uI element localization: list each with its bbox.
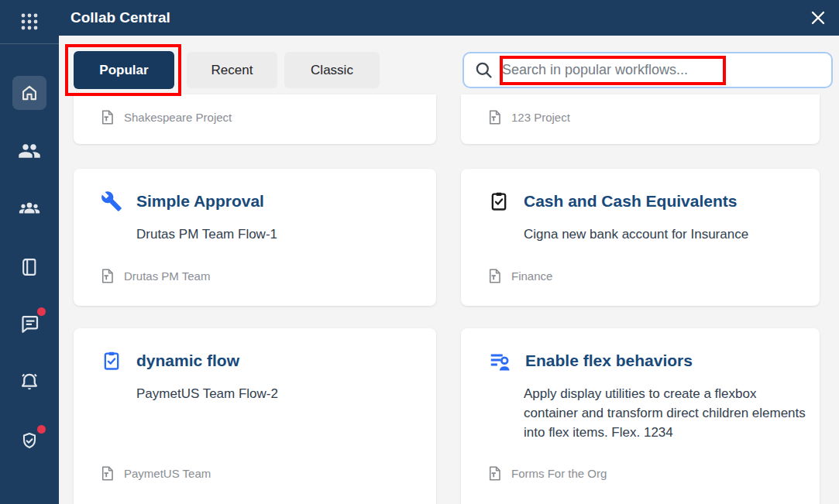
tab-recent[interactable]: Recent: [187, 52, 277, 88]
card-footer: PaymetUS Team: [99, 465, 211, 482]
tab-popular[interactable]: Popular: [74, 51, 174, 89]
card-head: Cash and Cash Equivalents: [488, 190, 737, 212]
card-head: Simple Approval: [101, 190, 264, 212]
dialog-title: Collab Central: [59, 9, 170, 26]
workflow-card[interactable]: 123 Project: [461, 94, 820, 144]
close-icon: [810, 9, 827, 26]
home-icon: [19, 82, 40, 104]
card-footer: Forms For the Org: [487, 465, 607, 482]
workflow-card[interactable]: Simple Approval Drutas PM Team Flow-1 Dr…: [74, 169, 436, 306]
card-title: dynamic flow: [136, 350, 239, 372]
sidebar-item-people[interactable]: [12, 134, 46, 168]
search-icon: [473, 60, 494, 81]
card-footer: Shakespeare Project: [99, 109, 232, 125]
card-subtitle: Apply display utilities to create a flex…: [524, 384, 820, 442]
chat-notification-badge: [37, 307, 46, 316]
card-subtitle: Drutas PM Team Flow-1: [136, 225, 290, 244]
card-subtitle: Cigna new bank account for Insurance: [524, 225, 761, 244]
card-title: Simple Approval: [136, 190, 264, 212]
sidebar-item-security[interactable]: [12, 424, 46, 458]
card-footer: Finance: [487, 268, 552, 284]
card-footer: 123 Project: [487, 109, 570, 125]
workflow-card[interactable]: Shakespeare Project: [74, 94, 436, 144]
chat-icon: [18, 312, 41, 335]
card-footer: Drutas PM Team: [99, 268, 210, 284]
card-title: Cash and Cash Equivalents: [524, 190, 737, 212]
clipboard-check-icon: [488, 190, 510, 212]
people-icon: [18, 139, 41, 163]
card-head: dynamic flow: [101, 350, 239, 372]
search-box[interactable]: [462, 52, 833, 88]
card-footer-label: Forms For the Org: [511, 467, 607, 480]
card-title: Enable flex behaviors: [525, 350, 693, 373]
sidebar-item-notifications[interactable]: [12, 365, 46, 399]
bell-icon: [18, 370, 41, 393]
sidebar-item-teams[interactable]: [12, 190, 46, 225]
card-head: Enable flex behaviors: [488, 350, 693, 373]
card-footer-label: Finance: [511, 269, 552, 283]
sidebar-item-library[interactable]: [12, 250, 46, 284]
groups-icon: [18, 196, 41, 219]
card-footer-label: PaymetUS Team: [124, 467, 211, 480]
workflows-panel: Popular Recent Classic Shakespeare Proje…: [59, 36, 839, 504]
search-input[interactable]: [502, 62, 831, 78]
form-user-icon: [488, 350, 511, 373]
apps-grid-icon: [19, 11, 40, 33]
dialog-header: Collab Central: [59, 0, 839, 36]
template-doc-icon: [487, 465, 503, 482]
sidebar-item-chat[interactable]: [12, 307, 46, 341]
card-footer-label: Drutas PM Team: [124, 269, 210, 283]
template-doc-icon: [487, 268, 503, 284]
shield-check-icon: [19, 430, 40, 452]
apps-menu-button[interactable]: [0, 0, 59, 44]
template-doc-icon: [99, 268, 115, 284]
workflow-card[interactable]: dynamic flow PaymetUS Team Flow-2 Paymet…: [74, 328, 436, 504]
workflow-card[interactable]: Cash and Cash Equivalents Cigna new bank…: [461, 169, 820, 306]
security-notification-badge: [37, 425, 46, 434]
close-button[interactable]: [808, 8, 828, 28]
card-footer-label: Shakespeare Project: [124, 111, 232, 124]
workflow-card[interactable]: Enable flex behaviors Apply display util…: [461, 328, 820, 504]
wrench-icon: [101, 190, 122, 212]
book-icon: [19, 256, 40, 278]
template-doc-icon: [487, 109, 503, 125]
tab-classic[interactable]: Classic: [284, 52, 380, 88]
card-subtitle: PaymetUS Team Flow-2: [136, 384, 291, 403]
template-doc-icon: [99, 465, 115, 482]
card-footer-label: 123 Project: [511, 111, 570, 124]
sidebar-item-home[interactable]: [12, 76, 46, 110]
sidebar: [0, 0, 59, 504]
template-doc-icon: [99, 109, 115, 125]
clipboard-check-icon: [101, 350, 122, 372]
